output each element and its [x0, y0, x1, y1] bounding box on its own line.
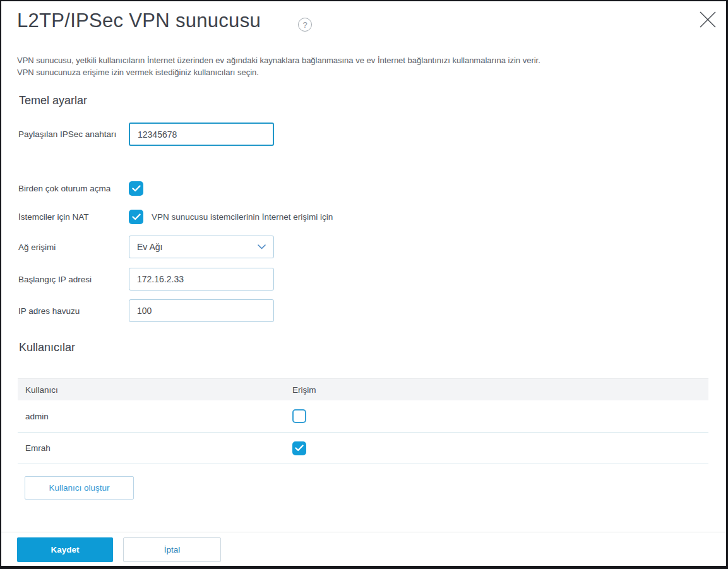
- shared-key-label: Paylaşılan IPSec anahtarı: [18, 129, 129, 139]
- user-name: Emrah: [18, 443, 292, 453]
- footer-divider: [1, 532, 726, 532]
- create-user-button[interactable]: Kullanıcı oluştur: [25, 476, 134, 500]
- start-ip-label: Başlangıç IP adresi: [18, 275, 129, 284]
- network-access-select[interactable]: Ev Ağı: [129, 236, 274, 258]
- form-row-pool: IP adres havuzu: [18, 299, 274, 322]
- section-basic-settings: Temel ayarlar: [19, 94, 87, 107]
- page-title: L2TP/IPSec VPN sunucusu: [17, 9, 261, 32]
- help-icon[interactable]: ?: [298, 18, 312, 32]
- section-users: Kullanıcılar: [19, 341, 75, 354]
- close-icon[interactable]: [698, 9, 718, 30]
- user-row-admin: admin: [18, 400, 708, 433]
- nat-label: İstemciler için NAT: [18, 212, 129, 222]
- user-access-checkbox[interactable]: [292, 409, 306, 423]
- multi-login-label: Birden çok oturum açma: [18, 184, 129, 193]
- network-access-label: Ağ erişimi: [18, 243, 129, 252]
- multi-login-checkbox[interactable]: [129, 181, 143, 196]
- help-glyph: ?: [302, 20, 307, 30]
- user-name: admin: [18, 412, 292, 421]
- nat-checkbox[interactable]: [129, 210, 143, 224]
- pool-label: IP adres havuzu: [18, 306, 129, 316]
- column-header-access: Erişim: [292, 385, 316, 395]
- user-row-emrah: Emrah: [18, 433, 708, 464]
- cancel-button[interactable]: İptal: [123, 537, 221, 562]
- intro-line-1: VPN sunucusu, yetkili kullanıcıların İnt…: [17, 54, 540, 66]
- intro-line-2: VPN sunucunuza erişime izin vermek isted…: [17, 66, 540, 78]
- chevron-down-icon: [258, 244, 266, 249]
- pool-input[interactable]: [129, 299, 274, 322]
- users-table-header: Kullanıcı Erişim: [18, 378, 708, 400]
- intro-text: VPN sunucusu, yetkili kullanıcıların İnt…: [17, 54, 540, 78]
- form-row-start-ip: Başlangıç IP adresi: [18, 268, 274, 290]
- column-header-user: Kullanıcı: [18, 385, 292, 395]
- network-access-value: Ev Ağı: [137, 242, 162, 252]
- start-ip-input[interactable]: [129, 268, 274, 290]
- nat-checkbox-note: VPN sunucusu istemcilerinin İnternet eri…: [152, 212, 333, 222]
- form-row-network-access: Ağ erişimi Ev Ağı: [18, 236, 274, 258]
- form-row-nat: İstemciler için NAT VPN sunucusu istemci…: [18, 210, 333, 224]
- save-button[interactable]: Kaydet: [17, 537, 113, 562]
- form-row-shared-key: Paylaşılan IPSec anahtarı: [18, 123, 274, 146]
- shared-key-input[interactable]: [129, 123, 274, 146]
- form-row-multi-login: Birden çok oturum açma: [18, 181, 143, 196]
- user-access-checkbox[interactable]: [292, 441, 306, 455]
- dialog-l2tp-ipsec-vpn: L2TP/IPSec VPN sunucusu ? VPN sunucusu, …: [0, 0, 728, 569]
